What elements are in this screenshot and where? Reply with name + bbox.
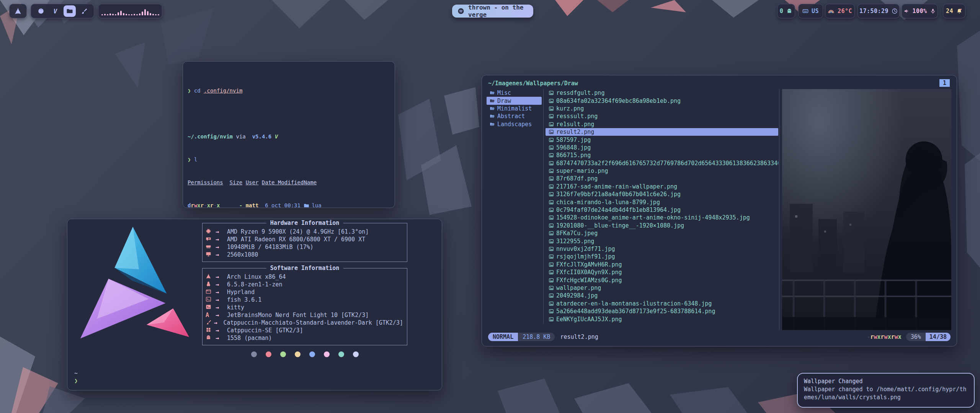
fetch-item: →6.5.8-zen1-1-zen (206, 281, 403, 288)
sidebar-folder-draw[interactable]: Draw (487, 97, 542, 104)
vim-icon: V (53, 8, 57, 15)
visualizer-bar (139, 13, 140, 15)
clock-icon (892, 8, 898, 14)
microphone-icon (930, 8, 936, 14)
module-weather[interactable]: 26°C (825, 4, 855, 18)
module-notifications[interactable]: 24 (943, 4, 965, 18)
visualizer-bar (115, 14, 116, 15)
image-icon (549, 168, 554, 174)
ls-header-size: Size (226, 179, 242, 186)
status-bar: NORMAL 218.8 KB result2.png -rwxrwxrwx 3… (488, 332, 951, 341)
ghost-icon (786, 8, 792, 14)
visualizer-bar (120, 11, 122, 15)
file-row-label: 0c794faf07de24a4db4d4fb1eb813964.jpg (556, 206, 681, 213)
file-row[interactable]: kurz.png (546, 105, 778, 112)
prompt-symbol: ❯ (74, 377, 78, 385)
module-keyboard-layout[interactable]: US (798, 4, 823, 18)
file-row-label: wallpaper.png (556, 285, 601, 291)
file-row[interactable]: 19201080-__blue-tinge__-1920×1080.jpg (546, 222, 778, 229)
sidebar-folder-landscapes[interactable]: Landscapes (487, 120, 542, 128)
visualizer-bar (101, 14, 103, 15)
sidebar-folder-misc[interactable]: Misc (487, 89, 542, 97)
arrow-icon: → (216, 312, 227, 319)
fetch-item: →kitty (206, 304, 403, 311)
sidebar-folder-abstract[interactable]: Abstract (487, 112, 542, 120)
software-info-box: Software Information →Arch Linux x86_64→… (202, 268, 407, 345)
file-row[interactable]: FXfcJlTXgAMvH6R.png (546, 261, 778, 268)
sidebar-folder-label: Landscapes (497, 121, 532, 128)
file-row[interactable]: 154928-odinokoe_anime-art-anime-okno-sin… (546, 214, 778, 221)
palette-dot (251, 351, 257, 357)
module-clock[interactable]: 17:50:29 (858, 4, 900, 18)
workspace-button-folder[interactable] (64, 5, 76, 17)
file-row-label: 68747470733a2f2f696d616765732d7769786d70… (556, 160, 778, 167)
file-row[interactable]: 0c794faf07de24a4db4d4fb1eb813964.jpg (546, 206, 778, 214)
visualizer-bar (152, 14, 154, 15)
file-row-label: FXfcII0X0AQyn9X.png (556, 269, 622, 276)
palette-dot (280, 351, 286, 357)
file-row[interactable]: 87r687df.png (546, 175, 778, 182)
file-row[interactable]: super-mario.png (546, 167, 778, 175)
file-row[interactable]: re1sult.png (546, 120, 778, 128)
file-row[interactable]: 68747470733a2f2f696d616765732d7769786d70… (546, 159, 778, 167)
tux-icon (206, 281, 211, 287)
arrow-icon: → (216, 335, 227, 341)
weather-temp: 26°C (838, 8, 852, 15)
file-row-label: 866715.png (556, 152, 591, 159)
file-row[interactable]: 3126f7e9bbf21a8a4af0b67b041c6e26.jpg (546, 190, 778, 198)
file-row[interactable]: FXfcHgcWIAMzs0G.png (546, 276, 778, 284)
fetch-window[interactable]: Hardware Information →AMD Ryzen 9 5900X … (67, 219, 442, 390)
file-row-label: atardecer-en-la-montanas-ilustracion-634… (556, 300, 712, 307)
ls-header-date-modified: Date Modified (262, 179, 304, 186)
file-row-label: ressdfgult.png (556, 89, 604, 96)
file-row[interactable]: chica-mirando-la-luna-8799.jpg (546, 198, 778, 206)
file-row[interactable]: 8FKa7Cu.jpeg (546, 229, 778, 237)
file-row[interactable]: 866715.png (546, 151, 778, 159)
module-audio[interactable]: 100% (902, 4, 938, 18)
cpu-icon (206, 228, 211, 234)
file-manager-window[interactable]: ~/Imagenes/Wallpapers/Draw 1 MiscDrawMin… (482, 75, 957, 346)
image-icon (549, 192, 554, 197)
file-row[interactable]: nnvuv0xj2df71.jpg (546, 245, 778, 253)
file-row-label: kurz.png (556, 105, 584, 112)
file-row[interactable]: wallpaper.png (546, 284, 778, 292)
notification-toast[interactable]: Wallpaper Changed Wallpaper changed to /… (797, 373, 975, 408)
file-row[interactable]: atardecer-en-la-montanas-ilustracion-634… (546, 300, 778, 307)
file-row[interactable]: result2.png (546, 128, 778, 136)
workspace-button-vim[interactable]: V (49, 5, 62, 17)
fetch-item-value: 6.5.8-zen1-1-zen (227, 281, 283, 288)
file-row-label: 587597.jpg (556, 137, 591, 143)
file-row[interactable]: 08a634fa02a32364f69ebc86a98eb1eb.png (546, 97, 778, 104)
terminal-window[interactable]: ❯ cd .config/nvim ~/.config/nvim via v5.… (183, 61, 395, 208)
image-icon (549, 223, 554, 228)
module-updates[interactable]: 0 (777, 4, 795, 18)
visualizer-bar (134, 14, 135, 15)
file-row[interactable]: 5a266e448add93deab367d87173e9f25-6837886… (546, 307, 778, 315)
file-row[interactable]: 3122955.png (546, 237, 778, 245)
hardware-info-title: Hardware Information (266, 220, 343, 226)
file-row[interactable]: 596848.jpg (546, 144, 778, 151)
sidebar-folder-minimalist[interactable]: Minimalist (487, 105, 542, 112)
fetch-item-value: 10948MiB / 64183MiB (17%) (227, 244, 314, 250)
fetch-item: →Catppuccin-SE [GTK2/3] (206, 327, 403, 334)
visualizer-bar (136, 14, 138, 15)
file-row[interactable]: 217167-sad-anime-rain-wallpaper.png (546, 183, 778, 190)
now-playing-pill[interactable]: thrown - on the verge (452, 5, 533, 18)
file-row[interactable]: FXfcII0X0AQyn9X.png (546, 268, 778, 276)
keyboard-icon (802, 8, 808, 14)
tab-indicator[interactable]: 1 (939, 79, 950, 87)
workspace-button-firefox[interactable] (35, 5, 47, 17)
file-row[interactable]: EeNKYgIUcAAJ5JX.png (546, 315, 778, 323)
folderOpen-icon (490, 106, 495, 111)
sidebar-folder-label: Draw (497, 98, 511, 104)
file-row[interactable]: ressdfgult.png (546, 89, 778, 97)
file-row[interactable]: resssult.png (546, 112, 778, 120)
file-row[interactable]: rsjqojlmjhf91.jpg (546, 253, 778, 260)
workspace-button-brush[interactable] (78, 5, 90, 17)
fetch-item-value: JetBrainsMono Nerd Font Light 10 [GTK2/3… (227, 312, 369, 319)
file-row[interactable]: 587597.jpg (546, 136, 778, 143)
file-row-label: chica-mirando-la-luna-8799.jpg (556, 199, 660, 206)
file-row[interactable]: 20492984.jpg (546, 292, 778, 299)
software-info-title: Software Information (266, 265, 343, 272)
launcher-button[interactable] (9, 4, 27, 18)
